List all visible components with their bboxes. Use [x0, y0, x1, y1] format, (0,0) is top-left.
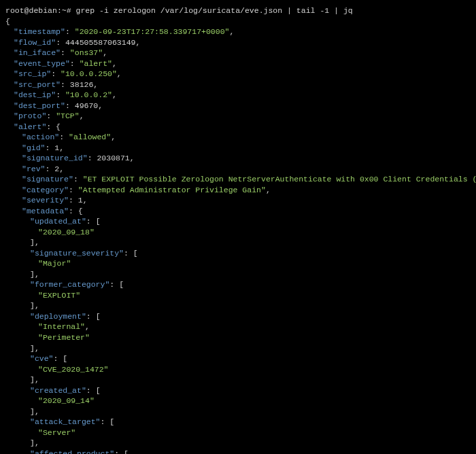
command-line[interactable]: root@debian:~# grep -i zerologon /var/lo…: [5, 5, 471, 16]
terminal-output: root@debian:~# grep -i zerologon /var/lo…: [5, 5, 471, 454]
